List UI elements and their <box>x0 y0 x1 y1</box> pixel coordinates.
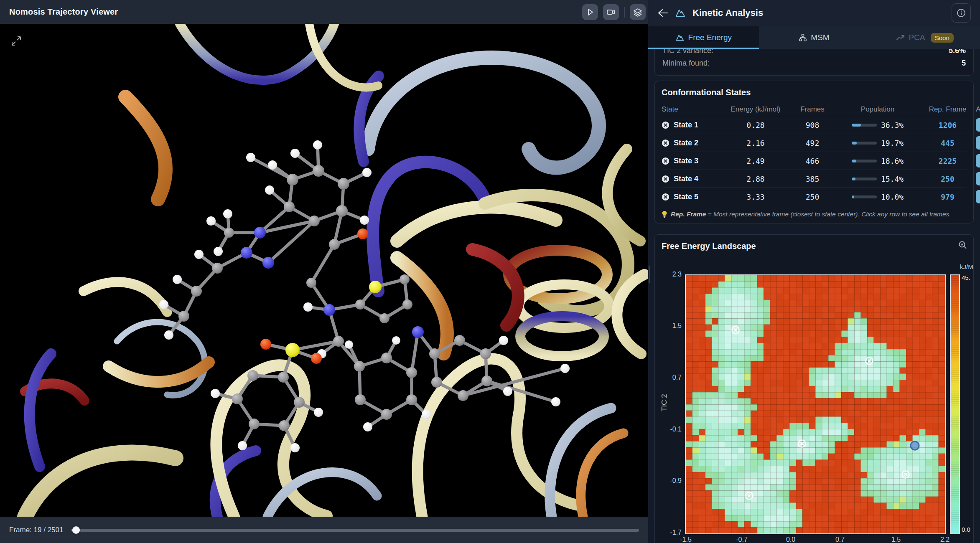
stat-value: 5.6% <box>949 49 966 55</box>
topbar-actions <box>582 4 639 20</box>
population-bar <box>852 195 877 198</box>
conformational-states-card: Conformational States State Energy (kJ/m… <box>654 81 974 223</box>
video-camera-icon <box>606 8 616 16</box>
tab-free-energy[interactable]: Free Energy <box>648 26 759 49</box>
magnifier-plus-icon <box>958 241 967 250</box>
frame-counter: Frame: 19 / 2501 <box>9 526 63 534</box>
tab-msm[interactable]: MSM <box>759 26 870 49</box>
x-tick: -0.7 <box>736 536 748 543</box>
stat-value: 5 <box>962 59 966 68</box>
info-button[interactable] <box>952 3 971 23</box>
population-value: 36.3% <box>881 121 904 129</box>
population-bar <box>852 178 877 180</box>
frames-cell: 385 <box>806 175 820 183</box>
state-row[interactable]: State 5 3.33 250 10.0% 979 View <box>662 188 967 206</box>
state-target-icon <box>662 121 669 129</box>
state-row[interactable]: State 2 2.16 492 19.7% 445 View <box>662 134 967 152</box>
trajectory-viewer: Nomosis Trajectory Viewer <box>0 0 648 543</box>
frame-slider-thumb[interactable] <box>72 526 80 534</box>
frame-slider-track[interactable] <box>71 529 639 532</box>
trend-up-icon <box>896 34 905 41</box>
card-title: Conformational States <box>662 88 967 97</box>
panel-scrollbar-thumb[interactable] <box>649 266 650 283</box>
rep-frame-cell: 1206 <box>939 121 957 129</box>
state-name-cell: State 3 <box>662 157 722 165</box>
population-value: 19.7% <box>881 139 904 147</box>
col-rep-frame: Rep. Frame <box>929 105 967 114</box>
y-tick: -0.9 <box>657 477 682 485</box>
stat-row: TIC 2 variance: 5.6% <box>662 49 966 57</box>
info-icon <box>957 8 966 18</box>
population-bar <box>852 142 877 145</box>
population-value: 10.0% <box>881 193 904 201</box>
free-energy-heatmap[interactable] <box>685 274 946 534</box>
footnote-text: Rep. Frame = Most representative frame (… <box>671 211 951 218</box>
expand-icon[interactable] <box>11 36 22 46</box>
view-state-button[interactable]: View <box>976 190 980 203</box>
col-population: Population <box>861 105 894 114</box>
frame-slider[interactable] <box>71 526 639 534</box>
colorbar-min: 0.0 <box>962 526 970 533</box>
state-row[interactable]: State 1 0.28 908 36.3% 1206 View <box>662 116 967 134</box>
panel-scroll-area[interactable]: TIC 2 variance: 5.6% Minima found: 5 Con… <box>648 49 980 543</box>
energy-cell: 2.16 <box>746 139 764 147</box>
x-tick: 0.0 <box>786 536 795 543</box>
energy-cell: 2.88 <box>746 175 764 183</box>
y-tick: 1.5 <box>657 322 682 330</box>
card-title: Free Energy Landscape <box>662 241 756 251</box>
molecule-3d-view[interactable] <box>0 24 648 517</box>
view-state-button[interactable]: View <box>976 172 980 185</box>
view-state-button[interactable]: View <box>976 154 980 167</box>
free-energy-landscape-card: Free Energy Landscape <box>654 234 974 543</box>
zoom-in-button[interactable] <box>958 241 967 250</box>
energy-colorbar <box>950 274 960 534</box>
heatmap-canvas <box>686 275 945 533</box>
frames-cell: 492 <box>806 139 820 147</box>
state-row[interactable]: State 3 2.49 466 18.6% 2225 View <box>662 152 967 170</box>
soon-badge: Soon <box>931 33 954 43</box>
back-arrow-icon[interactable] <box>657 8 668 18</box>
population-bar <box>852 160 877 162</box>
state-target-icon <box>662 193 669 201</box>
population-bar <box>852 124 877 127</box>
population-cell: 19.7% <box>852 139 904 147</box>
layers-button[interactable] <box>630 4 646 20</box>
bulb-icon <box>662 211 667 218</box>
state-name-cell: State 5 <box>662 193 722 201</box>
y-tick: 0.7 <box>657 374 682 381</box>
state-target-icon <box>662 157 669 165</box>
state-name-cell: State 4 <box>662 175 722 183</box>
table-header-row: State Energy (kJ/mol) Frames Population … <box>662 103 967 116</box>
panel-title: Kinetic Analysis <box>692 8 763 18</box>
frames-cell: 908 <box>806 121 820 129</box>
population-cell: 10.0% <box>852 193 904 201</box>
frame-control-bar: Frame: 19 / 2501 <box>0 517 648 543</box>
tab-pca[interactable]: PCA Soon <box>869 26 980 49</box>
x-tick: 0.7 <box>835 536 845 543</box>
viewer-topbar: Nomosis Trajectory Viewer <box>0 0 648 24</box>
rep-frame-cell: 250 <box>941 175 955 183</box>
mountain-icon <box>675 33 685 42</box>
view-state-button[interactable]: View <box>976 136 980 150</box>
col-frames: Frames <box>800 105 825 114</box>
table-body: State 1 0.28 908 36.3% 1206 View State 2… <box>662 116 967 206</box>
stat-row: Minima found: 5 <box>662 57 966 69</box>
stat-label: Minima found: <box>662 59 710 68</box>
y-tick: -1.7 <box>657 529 682 536</box>
mountain-icon <box>675 8 686 18</box>
state-name-cell: State 1 <box>662 121 722 129</box>
state-row[interactable]: State 4 2.88 385 15.4% 250 View <box>662 170 967 188</box>
record-movie-button[interactable] <box>603 4 619 20</box>
population-cell: 15.4% <box>852 175 904 183</box>
frames-cell: 250 <box>806 193 820 201</box>
view-state-button[interactable]: View <box>976 118 980 132</box>
play-button[interactable] <box>582 4 598 20</box>
col-action: Action <box>976 105 980 114</box>
tab-label: Free Energy <box>688 33 732 42</box>
y-tick: 2.3 <box>657 271 682 278</box>
play-icon <box>586 8 594 16</box>
population-cell: 18.6% <box>852 157 904 165</box>
y-axis-label: TIC 2 <box>660 394 669 411</box>
rep-frame-cell: 2225 <box>939 157 957 165</box>
tab-label: MSM <box>811 33 829 42</box>
